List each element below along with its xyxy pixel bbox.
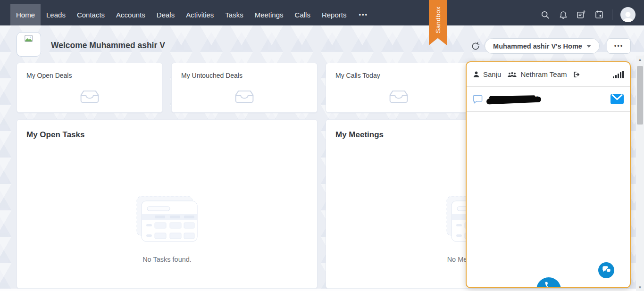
scrollbar-thumb[interactable] — [637, 66, 643, 125]
tab-deals[interactable]: Deals — [151, 4, 180, 25]
logout-icon[interactable] — [573, 71, 581, 78]
vertical-scrollbar[interactable]: ▲ ▼ — [636, 56, 644, 291]
agent-name: Sanju — [483, 70, 501, 78]
empty-state-text: No Tasks found. — [17, 256, 317, 263]
tab-activities[interactable]: Activities — [180, 4, 219, 25]
widget-phone-row: +12704404084 — [467, 87, 630, 111]
notifications-bell-icon[interactable] — [558, 10, 568, 20]
card-my-calls-today: My Calls Today — [326, 63, 472, 113]
tab-leads[interactable]: Leads — [41, 4, 71, 25]
widget-header: Sanju Nethram Team — [467, 62, 630, 86]
top-navigation-bar: Home Leads Contacts Accounts Deals Activ… — [0, 0, 644, 25]
tab-tasks[interactable]: Tasks — [219, 4, 249, 25]
tab-home[interactable]: Home — [10, 4, 41, 25]
sandbox-label: Sandbox — [435, 7, 442, 33]
card-my-open-tasks: My Open Tasks No Tasks found. — [17, 119, 318, 289]
card-title: My Calls Today — [326, 63, 471, 79]
tab-calls[interactable]: Calls — [289, 4, 316, 25]
nav-actions — [540, 4, 636, 25]
chat-fab-button[interactable] — [598, 262, 614, 278]
chevron-down-icon — [586, 45, 591, 48]
empty-tray-icon — [388, 90, 409, 104]
agent-person-icon — [473, 71, 480, 78]
phone-handset-icon — [544, 281, 554, 288]
tab-reports[interactable]: Reports — [316, 4, 352, 25]
team-name: Nethram Team — [520, 70, 567, 78]
card-title: My Open Tasks — [17, 120, 317, 140]
tab-accounts[interactable]: Accounts — [110, 4, 151, 25]
dashboard-image-placeholder — [17, 32, 41, 57]
refresh-icon[interactable] — [471, 42, 480, 51]
page-bottom-strip — [0, 289, 636, 291]
quick-create-note-icon[interactable] — [576, 10, 586, 20]
scroll-down-arrow[interactable]: ▼ — [636, 283, 644, 291]
empty-tray-icon — [234, 90, 255, 104]
dashboard-more-button[interactable]: ••• — [607, 38, 631, 54]
calendar-icon[interactable] — [594, 10, 604, 20]
tabs-overflow-button[interactable]: ••• — [352, 4, 375, 25]
card-title: My Untouched Deals — [172, 63, 317, 79]
welcome-title: Welcome Muhammed ashir V — [51, 41, 165, 50]
scroll-up-arrow[interactable]: ▲ — [636, 56, 644, 63]
user-avatar[interactable] — [620, 7, 636, 22]
call-button[interactable] — [536, 277, 561, 288]
team-icon — [507, 71, 517, 78]
tab-contacts[interactable]: Contacts — [71, 4, 110, 25]
card-title: My Open Deals — [17, 63, 162, 79]
telephony-widget: Sanju Nethram Team +12704404084 — [466, 61, 631, 288]
empty-tray-icon — [79, 90, 100, 104]
signal-strength-icon — [613, 71, 624, 78]
card-my-open-deals: My Open Deals — [17, 63, 163, 113]
module-tabs: Home Leads Contacts Accounts Deals Activ… — [10, 4, 375, 25]
dashboard-selector-value: Muhammed ashir V's Home — [493, 42, 582, 50]
tab-meetings[interactable]: Meetings — [249, 4, 289, 25]
envelope-icon — [611, 94, 623, 101]
nav-separator — [612, 9, 612, 20]
phone-number: +12704404084 — [488, 94, 539, 104]
empty-table-illustration — [134, 196, 200, 245]
chat-bubbles-icon — [602, 266, 611, 274]
widget-divider — [467, 111, 630, 112]
card-my-untouched-deals: My Untouched Deals — [171, 63, 318, 113]
sms-chat-icon[interactable] — [473, 95, 483, 104]
broken-image-icon — [25, 35, 33, 42]
search-icon[interactable] — [540, 10, 550, 20]
email-button[interactable] — [611, 94, 624, 104]
dashboard-selector-dropdown[interactable]: Muhammed ashir V's Home — [485, 38, 600, 54]
